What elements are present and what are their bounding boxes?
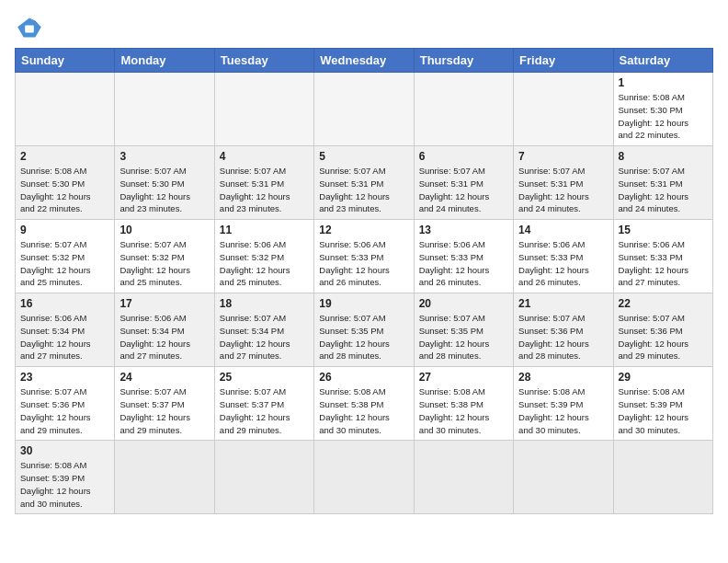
day-number: 15 bbox=[619, 224, 708, 236]
day-info: Sunrise: 5:08 AM Sunset: 5:38 PM Dayligh… bbox=[419, 385, 508, 436]
day-info: Sunrise: 5:07 AM Sunset: 5:32 PM Dayligh… bbox=[119, 238, 209, 289]
svg-rect-3 bbox=[25, 26, 34, 33]
day-info: Sunrise: 5:07 AM Sunset: 5:37 PM Dayligh… bbox=[220, 385, 309, 436]
page-header bbox=[15, 15, 713, 40]
day-info: Sunrise: 5:06 AM Sunset: 5:32 PM Dayligh… bbox=[220, 238, 309, 289]
calendar-cell: 27Sunrise: 5:08 AM Sunset: 5:38 PM Dayli… bbox=[414, 367, 513, 441]
day-number: 9 bbox=[20, 224, 109, 236]
calendar-cell: 8Sunrise: 5:07 AM Sunset: 5:31 PM Daylig… bbox=[613, 146, 712, 220]
calendar-cell: 4Sunrise: 5:07 AM Sunset: 5:31 PM Daylig… bbox=[214, 146, 313, 220]
day-info: Sunrise: 5:06 AM Sunset: 5:33 PM Dayligh… bbox=[319, 238, 408, 289]
day-info: Sunrise: 5:08 AM Sunset: 5:39 PM Dayligh… bbox=[619, 385, 708, 436]
day-number: 29 bbox=[619, 371, 708, 384]
calendar-week-row: 16Sunrise: 5:06 AM Sunset: 5:34 PM Dayli… bbox=[16, 293, 713, 367]
day-info: Sunrise: 5:07 AM Sunset: 5:37 PM Dayligh… bbox=[119, 385, 209, 436]
day-number: 25 bbox=[220, 371, 309, 384]
day-info: Sunrise: 5:08 AM Sunset: 5:30 PM Dayligh… bbox=[20, 165, 109, 215]
day-info: Sunrise: 5:08 AM Sunset: 5:30 PM Dayligh… bbox=[619, 91, 708, 142]
day-info: Sunrise: 5:08 AM Sunset: 5:39 PM Dayligh… bbox=[20, 459, 109, 510]
calendar-cell bbox=[115, 441, 214, 514]
day-number: 26 bbox=[319, 371, 408, 384]
calendar-cell bbox=[115, 73, 214, 146]
calendar-table: SundayMondayTuesdayWednesdayThursdayFrid… bbox=[15, 48, 713, 514]
calendar-cell: 25Sunrise: 5:07 AM Sunset: 5:37 PM Dayli… bbox=[214, 367, 313, 441]
day-number: 18 bbox=[220, 297, 309, 310]
calendar-cell: 29Sunrise: 5:08 AM Sunset: 5:39 PM Dayli… bbox=[613, 367, 712, 441]
calendar-cell: 16Sunrise: 5:06 AM Sunset: 5:34 PM Dayli… bbox=[16, 293, 115, 367]
calendar-cell: 12Sunrise: 5:06 AM Sunset: 5:33 PM Dayli… bbox=[314, 220, 414, 293]
day-info: Sunrise: 5:07 AM Sunset: 5:31 PM Dayligh… bbox=[220, 165, 309, 215]
weekday-header-friday: Friday bbox=[514, 49, 613, 73]
calendar-cell bbox=[414, 441, 513, 514]
day-info: Sunrise: 5:06 AM Sunset: 5:34 PM Dayligh… bbox=[119, 312, 209, 362]
calendar-cell bbox=[16, 73, 115, 146]
day-number: 8 bbox=[619, 150, 708, 163]
calendar-cell: 22Sunrise: 5:07 AM Sunset: 5:36 PM Dayli… bbox=[613, 293, 712, 367]
day-number: 3 bbox=[119, 150, 209, 163]
calendar-cell: 11Sunrise: 5:06 AM Sunset: 5:32 PM Dayli… bbox=[214, 220, 313, 293]
day-info: Sunrise: 5:07 AM Sunset: 5:36 PM Dayligh… bbox=[619, 312, 708, 362]
day-info: Sunrise: 5:06 AM Sunset: 5:33 PM Dayligh… bbox=[419, 238, 508, 289]
day-info: Sunrise: 5:07 AM Sunset: 5:32 PM Dayligh… bbox=[20, 238, 109, 289]
calendar-cell: 6Sunrise: 5:07 AM Sunset: 5:31 PM Daylig… bbox=[414, 146, 513, 220]
calendar-cell: 7Sunrise: 5:07 AM Sunset: 5:31 PM Daylig… bbox=[514, 146, 613, 220]
day-number: 23 bbox=[20, 371, 109, 384]
calendar-cell bbox=[214, 441, 313, 514]
day-number: 19 bbox=[319, 297, 408, 310]
calendar-cell: 10Sunrise: 5:07 AM Sunset: 5:32 PM Dayli… bbox=[115, 220, 214, 293]
day-info: Sunrise: 5:08 AM Sunset: 5:39 PM Dayligh… bbox=[518, 385, 608, 436]
weekday-header-thursday: Thursday bbox=[414, 49, 513, 73]
day-info: Sunrise: 5:07 AM Sunset: 5:31 PM Dayligh… bbox=[319, 165, 408, 215]
calendar-cell bbox=[314, 73, 414, 146]
calendar-cell: 9Sunrise: 5:07 AM Sunset: 5:32 PM Daylig… bbox=[16, 220, 115, 293]
day-info: Sunrise: 5:07 AM Sunset: 5:34 PM Dayligh… bbox=[220, 312, 309, 362]
calendar-cell: 23Sunrise: 5:07 AM Sunset: 5:36 PM Dayli… bbox=[16, 367, 115, 441]
calendar-cell bbox=[613, 441, 712, 514]
weekday-header-monday: Monday bbox=[115, 49, 214, 73]
day-number: 12 bbox=[319, 224, 408, 236]
calendar-cell: 20Sunrise: 5:07 AM Sunset: 5:35 PM Dayli… bbox=[414, 293, 513, 367]
calendar-week-row: 23Sunrise: 5:07 AM Sunset: 5:36 PM Dayli… bbox=[16, 367, 713, 441]
day-number: 21 bbox=[518, 297, 608, 310]
calendar-week-row: 1Sunrise: 5:08 AM Sunset: 5:30 PM Daylig… bbox=[16, 73, 713, 146]
day-number: 4 bbox=[220, 150, 309, 163]
calendar-week-row: 2Sunrise: 5:08 AM Sunset: 5:30 PM Daylig… bbox=[16, 146, 713, 220]
calendar-cell bbox=[314, 441, 414, 514]
calendar-cell: 24Sunrise: 5:07 AM Sunset: 5:37 PM Dayli… bbox=[115, 367, 214, 441]
calendar-cell: 28Sunrise: 5:08 AM Sunset: 5:39 PM Dayli… bbox=[514, 367, 613, 441]
weekday-header-wednesday: Wednesday bbox=[314, 49, 414, 73]
logo-icon bbox=[15, 15, 44, 40]
day-number: 7 bbox=[518, 150, 608, 163]
day-number: 6 bbox=[419, 150, 508, 163]
day-number: 28 bbox=[518, 371, 608, 384]
calendar-cell: 13Sunrise: 5:06 AM Sunset: 5:33 PM Dayli… bbox=[414, 220, 513, 293]
day-number: 24 bbox=[119, 371, 209, 384]
day-info: Sunrise: 5:07 AM Sunset: 5:30 PM Dayligh… bbox=[119, 165, 209, 215]
calendar-cell bbox=[514, 73, 613, 146]
day-info: Sunrise: 5:07 AM Sunset: 5:36 PM Dayligh… bbox=[20, 385, 109, 436]
weekday-header-row: SundayMondayTuesdayWednesdayThursdayFrid… bbox=[16, 49, 713, 73]
day-info: Sunrise: 5:07 AM Sunset: 5:31 PM Dayligh… bbox=[619, 165, 708, 215]
calendar-week-row: 30Sunrise: 5:08 AM Sunset: 5:39 PM Dayli… bbox=[16, 441, 713, 514]
calendar-week-row: 9Sunrise: 5:07 AM Sunset: 5:32 PM Daylig… bbox=[16, 220, 713, 293]
day-number: 10 bbox=[119, 224, 209, 236]
calendar-cell bbox=[414, 73, 513, 146]
day-number: 14 bbox=[518, 224, 608, 236]
calendar-cell: 30Sunrise: 5:08 AM Sunset: 5:39 PM Dayli… bbox=[16, 441, 115, 514]
day-number: 2 bbox=[20, 150, 109, 163]
calendar-cell: 26Sunrise: 5:08 AM Sunset: 5:38 PM Dayli… bbox=[314, 367, 414, 441]
logo bbox=[15, 15, 48, 40]
day-info: Sunrise: 5:07 AM Sunset: 5:31 PM Dayligh… bbox=[419, 165, 508, 215]
day-info: Sunrise: 5:08 AM Sunset: 5:38 PM Dayligh… bbox=[319, 385, 408, 436]
calendar-cell: 15Sunrise: 5:06 AM Sunset: 5:33 PM Dayli… bbox=[613, 220, 712, 293]
weekday-header-sunday: Sunday bbox=[16, 49, 115, 73]
day-number: 16 bbox=[20, 297, 109, 310]
day-info: Sunrise: 5:06 AM Sunset: 5:33 PM Dayligh… bbox=[619, 238, 708, 289]
calendar-cell: 14Sunrise: 5:06 AM Sunset: 5:33 PM Dayli… bbox=[514, 220, 613, 293]
day-number: 17 bbox=[119, 297, 209, 310]
day-number: 30 bbox=[20, 444, 109, 457]
weekday-header-tuesday: Tuesday bbox=[214, 49, 313, 73]
day-number: 27 bbox=[419, 371, 508, 384]
calendar-cell: 2Sunrise: 5:08 AM Sunset: 5:30 PM Daylig… bbox=[16, 146, 115, 220]
day-info: Sunrise: 5:07 AM Sunset: 5:36 PM Dayligh… bbox=[518, 312, 608, 362]
